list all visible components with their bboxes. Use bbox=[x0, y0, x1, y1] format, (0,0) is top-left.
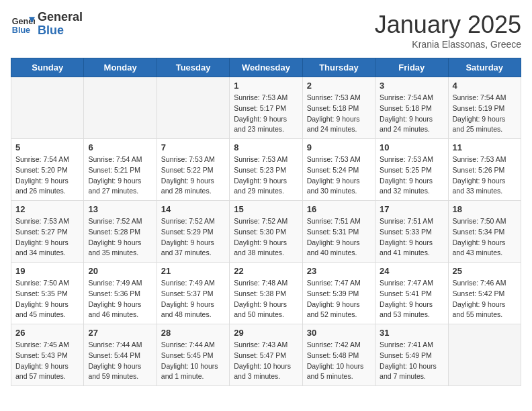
day-info: Sunrise: 7:54 AMSunset: 5:20 PMDaylight:… bbox=[15, 154, 79, 197]
day-number: 7 bbox=[161, 142, 225, 152]
day-cell: 22Sunrise: 7:48 AMSunset: 5:38 PMDayligh… bbox=[230, 263, 302, 324]
weekday-header-sunday: Sunday bbox=[11, 58, 84, 77]
day-number: 16 bbox=[307, 204, 371, 214]
weekday-header-row: SundayMondayTuesdayWednesdayThursdayFrid… bbox=[11, 58, 521, 77]
day-cell bbox=[157, 77, 229, 139]
day-cell: 2Sunrise: 7:53 AMSunset: 5:18 PMDaylight… bbox=[302, 77, 375, 139]
logo-blue: Blue bbox=[38, 24, 83, 38]
day-cell bbox=[84, 77, 157, 139]
day-info: Sunrise: 7:50 AMSunset: 5:35 PMDaylight:… bbox=[15, 278, 79, 320]
day-number: 31 bbox=[380, 328, 443, 338]
month-title: January 2025 bbox=[375, 11, 521, 39]
day-info: Sunrise: 7:52 AMSunset: 5:30 PMDaylight:… bbox=[234, 216, 298, 259]
day-number: 2 bbox=[307, 81, 371, 91]
day-info: Sunrise: 7:53 AMSunset: 5:22 PMDaylight:… bbox=[161, 154, 225, 197]
day-info: Sunrise: 7:54 AMSunset: 5:19 PMDaylight:… bbox=[453, 93, 517, 135]
day-info: Sunrise: 7:53 AMSunset: 5:17 PMDaylight:… bbox=[234, 93, 298, 135]
day-info: Sunrise: 7:49 AMSunset: 5:37 PMDaylight:… bbox=[161, 278, 225, 320]
day-number: 27 bbox=[88, 328, 152, 338]
day-cell: 28Sunrise: 7:44 AMSunset: 5:45 PMDayligh… bbox=[157, 324, 229, 386]
day-cell: 5Sunrise: 7:54 AMSunset: 5:20 PMDaylight… bbox=[11, 139, 84, 201]
day-cell: 1Sunrise: 7:53 AMSunset: 5:17 PMDaylight… bbox=[230, 77, 302, 139]
day-cell bbox=[11, 77, 84, 139]
day-info: Sunrise: 7:54 AMSunset: 5:18 PMDaylight:… bbox=[380, 93, 443, 135]
day-info: Sunrise: 7:53 AMSunset: 5:18 PMDaylight:… bbox=[307, 93, 371, 135]
day-cell: 10Sunrise: 7:53 AMSunset: 5:25 PMDayligh… bbox=[375, 139, 448, 201]
day-number: 17 bbox=[380, 204, 443, 214]
day-cell: 20Sunrise: 7:49 AMSunset: 5:36 PMDayligh… bbox=[84, 263, 157, 324]
day-number: 20 bbox=[88, 266, 152, 276]
day-number: 13 bbox=[88, 204, 152, 214]
weekday-header-thursday: Thursday bbox=[302, 58, 375, 77]
day-number: 5 bbox=[15, 142, 79, 152]
day-info: Sunrise: 7:49 AMSunset: 5:36 PMDaylight:… bbox=[88, 278, 152, 320]
day-cell: 16Sunrise: 7:51 AMSunset: 5:31 PMDayligh… bbox=[302, 201, 375, 263]
day-cell: 9Sunrise: 7:53 AMSunset: 5:24 PMDaylight… bbox=[302, 139, 375, 201]
day-info: Sunrise: 7:45 AMSunset: 5:43 PMDaylight:… bbox=[15, 340, 79, 382]
day-number: 14 bbox=[161, 204, 225, 214]
day-number: 18 bbox=[453, 204, 517, 214]
logo-icon: General Blue bbox=[11, 12, 35, 36]
week-row-3: 12Sunrise: 7:53 AMSunset: 5:27 PMDayligh… bbox=[11, 201, 521, 263]
day-info: Sunrise: 7:46 AMSunset: 5:42 PMDaylight:… bbox=[453, 278, 517, 320]
day-cell: 30Sunrise: 7:42 AMSunset: 5:48 PMDayligh… bbox=[302, 324, 375, 386]
day-cell: 26Sunrise: 7:45 AMSunset: 5:43 PMDayligh… bbox=[11, 324, 84, 386]
day-info: Sunrise: 7:42 AMSunset: 5:48 PMDaylight:… bbox=[307, 340, 371, 382]
day-number: 11 bbox=[453, 142, 517, 152]
week-row-1: 1Sunrise: 7:53 AMSunset: 5:17 PMDaylight… bbox=[11, 77, 521, 139]
day-cell: 3Sunrise: 7:54 AMSunset: 5:18 PMDaylight… bbox=[375, 77, 448, 139]
page-header: General Blue General Blue January 2025 K… bbox=[11, 11, 521, 50]
day-info: Sunrise: 7:53 AMSunset: 5:24 PMDaylight:… bbox=[307, 154, 371, 197]
weekday-header-tuesday: Tuesday bbox=[157, 58, 229, 77]
day-cell: 7Sunrise: 7:53 AMSunset: 5:22 PMDaylight… bbox=[157, 139, 229, 201]
day-info: Sunrise: 7:51 AMSunset: 5:33 PMDaylight:… bbox=[380, 216, 443, 259]
day-info: Sunrise: 7:54 AMSunset: 5:21 PMDaylight:… bbox=[88, 154, 152, 197]
day-info: Sunrise: 7:53 AMSunset: 5:27 PMDaylight:… bbox=[15, 216, 79, 259]
day-number: 4 bbox=[453, 81, 517, 91]
day-number: 21 bbox=[161, 266, 225, 276]
day-number: 25 bbox=[453, 266, 517, 276]
day-info: Sunrise: 7:52 AMSunset: 5:28 PMDaylight:… bbox=[88, 216, 152, 259]
day-cell: 21Sunrise: 7:49 AMSunset: 5:37 PMDayligh… bbox=[157, 263, 229, 324]
day-number: 15 bbox=[234, 204, 298, 214]
location-subtitle: Krania Elassonas, Greece bbox=[375, 39, 521, 50]
day-info: Sunrise: 7:43 AMSunset: 5:47 PMDaylight:… bbox=[234, 340, 298, 382]
day-number: 26 bbox=[15, 328, 79, 338]
day-info: Sunrise: 7:47 AMSunset: 5:41 PMDaylight:… bbox=[380, 278, 443, 320]
day-cell: 23Sunrise: 7:47 AMSunset: 5:39 PMDayligh… bbox=[302, 263, 375, 324]
day-info: Sunrise: 7:53 AMSunset: 5:25 PMDaylight:… bbox=[380, 154, 443, 197]
day-cell: 13Sunrise: 7:52 AMSunset: 5:28 PMDayligh… bbox=[84, 201, 157, 263]
day-info: Sunrise: 7:53 AMSunset: 5:23 PMDaylight:… bbox=[234, 154, 298, 197]
day-info: Sunrise: 7:44 AMSunset: 5:45 PMDaylight:… bbox=[161, 340, 225, 382]
day-number: 1 bbox=[234, 81, 298, 91]
day-cell: 25Sunrise: 7:46 AMSunset: 5:42 PMDayligh… bbox=[448, 263, 521, 324]
day-number: 24 bbox=[380, 266, 443, 276]
day-info: Sunrise: 7:48 AMSunset: 5:38 PMDaylight:… bbox=[234, 278, 298, 320]
day-cell: 15Sunrise: 7:52 AMSunset: 5:30 PMDayligh… bbox=[230, 201, 302, 263]
day-number: 19 bbox=[15, 266, 79, 276]
weekday-header-wednesday: Wednesday bbox=[230, 58, 302, 77]
day-cell: 27Sunrise: 7:44 AMSunset: 5:44 PMDayligh… bbox=[84, 324, 157, 386]
day-number: 23 bbox=[307, 266, 371, 276]
day-number: 29 bbox=[234, 328, 298, 338]
day-number: 28 bbox=[161, 328, 225, 338]
day-cell: 17Sunrise: 7:51 AMSunset: 5:33 PMDayligh… bbox=[375, 201, 448, 263]
day-cell: 14Sunrise: 7:52 AMSunset: 5:29 PMDayligh… bbox=[157, 201, 229, 263]
day-cell: 8Sunrise: 7:53 AMSunset: 5:23 PMDaylight… bbox=[230, 139, 302, 201]
day-cell: 31Sunrise: 7:41 AMSunset: 5:49 PMDayligh… bbox=[375, 324, 448, 386]
day-number: 22 bbox=[234, 266, 298, 276]
day-cell: 24Sunrise: 7:47 AMSunset: 5:41 PMDayligh… bbox=[375, 263, 448, 324]
week-row-2: 5Sunrise: 7:54 AMSunset: 5:20 PMDaylight… bbox=[11, 139, 521, 201]
day-number: 10 bbox=[380, 142, 443, 152]
day-info: Sunrise: 7:44 AMSunset: 5:44 PMDaylight:… bbox=[88, 340, 152, 382]
day-cell: 19Sunrise: 7:50 AMSunset: 5:35 PMDayligh… bbox=[11, 263, 84, 324]
day-number: 30 bbox=[307, 328, 371, 338]
week-row-5: 26Sunrise: 7:45 AMSunset: 5:43 PMDayligh… bbox=[11, 324, 521, 386]
day-number: 8 bbox=[234, 142, 298, 152]
day-number: 9 bbox=[307, 142, 371, 152]
day-number: 3 bbox=[380, 81, 443, 91]
day-cell: 29Sunrise: 7:43 AMSunset: 5:47 PMDayligh… bbox=[230, 324, 302, 386]
weekday-header-friday: Friday bbox=[375, 58, 448, 77]
day-cell: 18Sunrise: 7:50 AMSunset: 5:34 PMDayligh… bbox=[448, 201, 521, 263]
svg-text:Blue: Blue bbox=[12, 25, 30, 34]
